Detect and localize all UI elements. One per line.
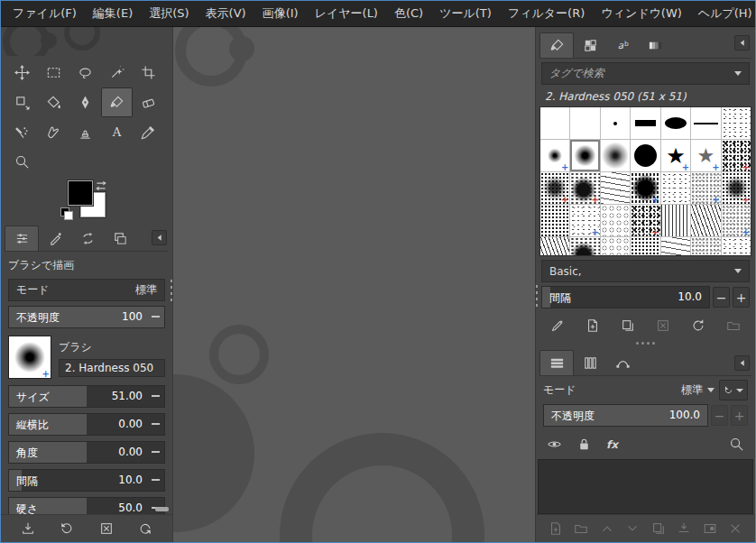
delete-brush-button[interactable] [652,315,674,336]
tool-crop[interactable] [133,58,164,87]
tab-patterns[interactable] [574,33,606,58]
layer-opacity-slider[interactable]: 不透明度 100.0 [543,404,708,427]
visibility-eye-icon[interactable] [547,437,562,452]
brush-cell-hbar[interactable] [631,107,659,139]
menu-ファイル(F)[interactable]: ファイル(F) [5,1,85,26]
brush-cell-grass[interactable] [691,205,720,236]
opacity-slider[interactable]: 不透明度 100 [8,306,165,328]
add-mask-button[interactable] [699,518,721,539]
brush-cell-dots-fine[interactable] [631,237,659,256]
tool-free-select[interactable] [69,58,101,87]
brush-thumbnail[interactable]: + [8,336,51,379]
slider-間隔[interactable]: 間隔10.0 [8,469,165,492]
left-splitter-handle[interactable] [170,278,173,303]
menu-編集(E)[interactable]: 編集(E) [85,1,141,26]
spacing-decrease-button[interactable]: − [713,287,730,308]
slider-サイズ[interactable]: サイズ51.00 [8,385,165,408]
brush-cell-strokes[interactable] [661,237,690,256]
delete-layer-button[interactable] [724,518,746,539]
brush-cell-strokes[interactable] [601,172,630,204]
menu-表示(V)[interactable]: 表示(V) [198,1,254,26]
menu-フィルター(R)[interactable]: フィルター(R) [500,1,593,26]
restore-options-button[interactable] [56,518,78,539]
brush-cell-chalk[interactable] [691,237,720,256]
search-icon[interactable] [729,437,744,452]
duplicate-brush-button[interactable] [617,315,639,336]
tab-tool-options[interactable] [5,225,39,251]
tab-undo-history[interactable] [71,226,104,251]
tab-layers[interactable] [539,350,574,375]
tool-smudge[interactable] [38,117,69,147]
tool-ink[interactable] [69,87,101,117]
tab-gradients[interactable] [639,33,671,58]
brush-spacing-slider[interactable]: 間隔 10.0 [541,286,710,308]
swap-colors-icon[interactable] [95,179,107,189]
opacity-increase-button[interactable]: + [731,405,748,426]
new-brush-button[interactable] [582,315,604,336]
brush-group-combo[interactable]: Basic, [541,260,750,282]
tab-fonts[interactable]: ab [606,33,639,58]
brush-cell-vstrokes[interactable] [661,205,690,236]
brush-cell-chalk[interactable]: + [691,172,720,204]
brush-cell-grunge1[interactable]: + [722,172,751,204]
brush-cell-charcoal[interactable]: + [722,140,751,171]
raise-layer-button[interactable] [596,518,618,539]
reset-options-button[interactable] [134,518,156,539]
brush-cell-dots-fine[interactable] [540,205,569,236]
brush-cell-ellipse[interactable] [661,107,690,139]
spinner-icon[interactable] [152,395,160,397]
layer-mode-value[interactable]: 標準 [681,382,703,398]
merge-layer-button[interactable] [673,518,695,539]
menu-ツール(T)[interactable]: ツール(T) [431,1,500,26]
tool-eraser[interactable] [133,87,164,117]
tool-clone[interactable] [69,117,101,147]
brush-selector[interactable]: + ブラシ 2. Hardness 050 [8,336,165,381]
tool-zoom[interactable] [6,147,38,177]
brush-cell-star-gray[interactable]: + [691,140,720,171]
canvas[interactable] [173,27,535,542]
fx-lock-icon[interactable]: fx [606,438,618,451]
configure-tab-button[interactable] [734,355,750,371]
spinner-icon[interactable] [152,316,160,318]
mode-switch-button[interactable] [719,380,748,400]
tab-channels[interactable] [574,351,606,375]
tool-text[interactable]: A [101,117,133,147]
brush-cell-pepper[interactable] [661,172,690,204]
brush-cell-cells[interactable] [601,205,630,236]
brush-cell-dot[interactable] [601,107,630,139]
default-colors-icon[interactable] [60,207,72,219]
brush-cell-soft-lg[interactable] [601,140,630,171]
brush-cell-hline[interactable] [691,107,720,139]
tab-device-status[interactable] [39,226,71,251]
slider-硬さ[interactable]: 硬さ50.0 [8,497,165,514]
configure-tab-button[interactable] [734,35,750,51]
opacity-decrease-button[interactable]: − [711,405,728,426]
brush-cell-grunge1[interactable]: + [540,172,569,204]
menu-レイヤー(L)[interactable]: レイヤー(L) [307,1,386,26]
brush-cell-star[interactable]: + [661,140,690,171]
chevron-down-icon[interactable] [707,388,715,392]
duplicate-layer-button[interactable] [648,518,669,539]
spinner-icon[interactable] [152,479,160,481]
brush-cell-circle[interactable] [631,140,659,171]
configure-tab-button[interactable] [152,230,167,245]
edit-brush-button[interactable] [547,315,568,336]
tab-paths[interactable] [606,351,639,375]
refresh-brushes-button[interactable] [687,315,709,336]
tool-airbrush[interactable] [6,117,38,147]
lock-icon[interactable] [576,437,592,452]
brush-cell-soft-md[interactable] [570,140,599,171]
tool-move[interactable] [6,58,38,87]
dock-drag-handle[interactable] [536,338,755,347]
brush-cell-pepper[interactable] [722,237,751,256]
layer-list[interactable] [538,459,753,514]
brush-cell-blob-dark[interactable]: + [631,172,659,204]
brush-cell-chalk[interactable]: + [722,205,751,236]
brush-cell-cells[interactable] [601,237,630,256]
options-scrollbar-thumb[interactable] [155,507,169,511]
lower-layer-button[interactable] [622,518,643,539]
spacing-increase-button[interactable]: + [733,287,750,308]
new-layer-button[interactable] [545,518,567,539]
tag-search-combo[interactable]: タグで検索 [541,62,750,85]
spinner-icon[interactable] [152,451,160,453]
